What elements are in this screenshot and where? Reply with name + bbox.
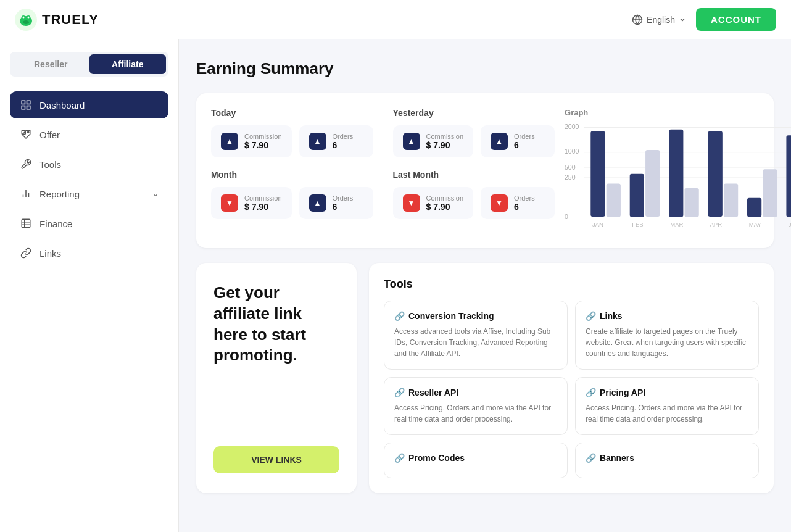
tool-card-pricing-api[interactable]: 🔗 Pricing API Access Pricing. Orders and… (575, 377, 759, 435)
svg-rect-34 (630, 174, 644, 217)
last-month-orders-card: ▼ Orders 6 (481, 187, 555, 219)
sidebar-label-finance: Finance (39, 218, 159, 229)
view-links-button[interactable]: VIEW LINKS (213, 446, 339, 473)
last-month-orders-label: Orders (514, 194, 535, 202)
today-commission-label: Commission (244, 133, 282, 140)
svg-text:FEB: FEB (632, 221, 643, 228)
yesterday-stats-row: ▲ Commission $ 7.90 ▲ Orders 6 (393, 125, 555, 157)
earning-summary-card: Today ▲ Commission $ 7.90 ▲ (196, 93, 774, 248)
promo-card: Get your affiliate link here to start pr… (196, 263, 357, 493)
sidebar-item-offer[interactable]: Offer (10, 121, 168, 148)
month-label: Month (211, 170, 373, 180)
tool-card-reseller-api[interactable]: 🔗 Reseller API Access Pricing. Orders an… (384, 377, 568, 435)
last-month-commission-value: $ 7.90 (426, 202, 464, 212)
yesterday-label: Yesterday (393, 108, 555, 118)
tools-title: Tools (384, 278, 759, 291)
sidebar-label-offer: Offer (39, 130, 159, 140)
sidebar-tab-reseller[interactable]: Reseller (12, 54, 89, 74)
svg-text:APR: APR (710, 221, 723, 228)
svg-text:JUN: JUN (789, 221, 791, 228)
today-orders-arrow: ▲ (309, 133, 326, 150)
tool-title-reseller-api: 🔗 Reseller API (394, 388, 557, 397)
tools-grid: 🔗 Conversion Tracking Access advanced to… (384, 301, 759, 478)
month-orders-label: Orders (333, 194, 354, 202)
month-commission-arrow: ▼ (221, 194, 238, 212)
sidebar-item-finance[interactable]: Finance (10, 210, 168, 237)
today-orders-info: Orders 6 (333, 133, 354, 150)
svg-rect-38 (708, 131, 723, 216)
today-commission-value: $ 7.90 (244, 140, 282, 150)
sidebar-label-reporting: Reporting (39, 189, 145, 199)
today-commission-info: Commission $ 7.90 (244, 133, 282, 150)
tool-card-promo-codes[interactable]: 🔗 Promo Codes (384, 443, 568, 478)
last-month-commission-card: ▼ Commission $ 7.90 (393, 187, 474, 219)
tool-card-conversion-tracking[interactable]: 🔗 Conversion Tracking Access advanced to… (384, 301, 568, 370)
svg-rect-37 (685, 188, 699, 217)
logo: TRUELY (15, 9, 99, 31)
svg-point-5 (28, 16, 30, 18)
month-orders-info: Orders 6 (333, 194, 354, 212)
yesterday-orders-label: Orders (514, 133, 535, 140)
month-commission-info: Commission $ 7.90 (244, 194, 282, 212)
summary-middle: Yesterday ▲ Commission $ 7.90 ▲ (393, 108, 555, 233)
last-month-section: Last Month ▼ Commission $ 7.90 ▼ (393, 170, 555, 219)
last-month-commission-info: Commission $ 7.90 (426, 194, 464, 212)
today-commission-arrow: ▲ (221, 133, 238, 150)
tool-desc-pricing-api: Access Pricing. Orders and more via the … (586, 402, 748, 425)
account-button[interactable]: ACCOUNT (696, 8, 776, 31)
sidebar-tab-affiliate[interactable]: Affiliate (89, 54, 167, 74)
sidebar-item-dashboard[interactable]: Dashboard (10, 91, 168, 118)
sidebar-item-tools[interactable]: Tools (10, 151, 168, 178)
globe-icon (632, 14, 643, 25)
layout: Reseller Affiliate Dashboard Offer (0, 39, 791, 532)
svg-text:1000: 1000 (565, 148, 579, 155)
wrench-icon (20, 158, 32, 170)
yesterday-commission-label: Commission (426, 133, 464, 140)
language-selector[interactable]: English (632, 14, 686, 25)
sidebar-tabs: Reseller Affiliate (10, 52, 168, 77)
tool-card-banners[interactable]: 🔗 Banners (575, 443, 759, 478)
summary-left: Today ▲ Commission $ 7.90 ▲ (211, 108, 373, 233)
svg-rect-42 (786, 135, 791, 217)
tool-card-links[interactable]: 🔗 Links Create affiliate to targeted pag… (575, 301, 759, 370)
last-month-label: Last Month (393, 170, 555, 180)
sidebar-nav: Dashboard Offer Tools Repo (10, 91, 168, 269)
link-icon-small: 🔗 (394, 453, 405, 463)
month-orders-value: 6 (333, 202, 354, 212)
month-stats-row: ▼ Commission $ 7.90 ▲ Orders 6 (211, 187, 373, 219)
tool-title-banners: 🔗 Banners (586, 453, 748, 463)
logo-text: TRUELY (42, 12, 99, 28)
language-label: English (647, 15, 675, 25)
month-orders-arrow: ▲ (309, 194, 326, 212)
logo-icon (15, 9, 37, 31)
yesterday-commission-card: ▲ Commission $ 7.90 (393, 125, 474, 157)
sidebar-item-reporting[interactable]: Reporting ⌄ (10, 180, 168, 207)
svg-rect-39 (724, 184, 738, 217)
svg-rect-40 (747, 198, 761, 217)
today-orders-card: ▲ Orders 6 (299, 125, 373, 157)
svg-rect-36 (669, 130, 683, 217)
today-stats-row: ▲ Commission $ 7.90 ▲ Orders 6 (211, 125, 373, 157)
link-icon-small: 🔗 (586, 388, 596, 397)
sidebar-label-tools: Tools (39, 159, 159, 170)
last-month-stats-row: ▼ Commission $ 7.90 ▼ Orders 6 (393, 187, 555, 219)
last-month-orders-arrow: ▼ (491, 194, 508, 212)
svg-rect-11 (22, 106, 25, 109)
sidebar-label-links: Links (39, 248, 159, 259)
svg-rect-9 (22, 101, 25, 104)
tool-title-pricing-api: 🔗 Pricing API (586, 388, 748, 397)
month-orders-card: ▲ Orders 6 (299, 187, 373, 219)
month-commission-card: ▼ Commission $ 7.90 (211, 187, 292, 219)
page-title: Earning Summary (196, 59, 774, 78)
promo-tools-row: Get your affiliate link here to start pr… (196, 263, 774, 493)
graph-svg: 2000 1000 500 250 0 (565, 122, 791, 233)
last-month-orders-info: Orders 6 (514, 194, 535, 212)
sidebar-item-links[interactable]: Links (10, 239, 168, 267)
tool-desc-conversion-tracking: Access advanced tools via Affise, Includ… (394, 326, 557, 359)
yesterday-orders-value: 6 (514, 140, 535, 150)
yesterday-commission-arrow: ▲ (403, 133, 420, 150)
svg-point-6 (23, 20, 29, 24)
yesterday-section: Yesterday ▲ Commission $ 7.90 ▲ (393, 108, 555, 157)
svg-text:MAY: MAY (749, 221, 762, 228)
dollar-icon (20, 217, 32, 230)
